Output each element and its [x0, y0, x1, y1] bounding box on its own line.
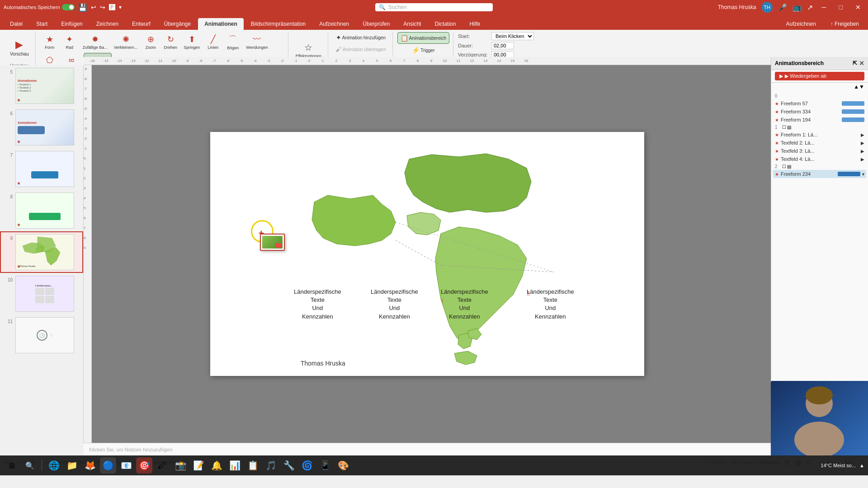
anim-hinzufuegen-btn[interactable]: ✦ Animation hinzufügen — [333, 32, 388, 43]
tab-entwurf[interactable]: Entwurf — [126, 18, 157, 30]
vorschau-btn[interactable]: ▶ Vorschau — [7, 37, 32, 58]
anim-form-btn[interactable]: ★ Form — [40, 33, 59, 52]
slide-thumb-8[interactable]: 8 ★ — [0, 190, 83, 231]
anim-zuf-btn[interactable]: ✸ Zufällige Ba... — [80, 33, 110, 52]
dauer-input[interactable] — [491, 42, 514, 49]
taskbar-teams[interactable]: 📝 — [190, 457, 207, 474]
autosave-switch[interactable] — [62, 4, 75, 10]
anim-panel-expand[interactable]: ⇱ — [853, 60, 857, 66]
user-name: Thomas Hruska — [718, 4, 756, 10]
taskbar-app1[interactable]: 🔔 — [208, 457, 225, 474]
textfeld4-expand[interactable]: ▶ — [861, 157, 864, 162]
taskbar-app5[interactable]: 🔧 — [281, 457, 297, 474]
anim-item-textfeld4[interactable]: ★ Textfeld 4: Lä... ▶ — [773, 155, 866, 163]
anim-item-freeform194[interactable]: ★ Freeform 194 — [773, 116, 866, 124]
tab-einfuegen[interactable]: Einfügen — [55, 18, 89, 30]
taskbar-chrome[interactable]: 🔵 — [100, 457, 116, 474]
freeform1-expand[interactable]: ▶ — [861, 132, 864, 137]
anim-item-freeform1[interactable]: ★ Freeform 1: Lä... ▶ — [773, 131, 866, 139]
textfeld3-expand[interactable]: ▶ — [861, 149, 864, 154]
search-taskbar-btn[interactable]: 🔍 — [22, 457, 38, 474]
anim-linien-btn[interactable]: ╱ Linien — [203, 33, 222, 52]
dictation-icon[interactable]: 🎤 — [778, 3, 787, 12]
taskbar-outlook[interactable]: 📧 — [118, 457, 134, 474]
anim-wend-btn[interactable]: 〰 Wendungen — [243, 33, 270, 52]
taskbar-camera[interactable]: 📸 — [172, 457, 189, 474]
present-icon[interactable]: 📺 — [793, 3, 802, 12]
anim-zoom-btn[interactable]: ⊕ Zoom — [141, 33, 160, 52]
anim-boegen-btn[interactable]: ⌒ Bögen — [223, 32, 242, 52]
textfeld2-expand[interactable]: ▶ — [861, 141, 864, 145]
tab-ueberpruefen[interactable]: Überprüfen — [356, 18, 396, 30]
anim-verk-btn[interactable]: ✺ Verkleinern... — [111, 33, 141, 52]
tab-animationen[interactable]: Animationen — [198, 18, 244, 30]
taskbar-onenote[interactable]: 🖊 — [154, 457, 170, 474]
taskbar-app7[interactable]: 📱 — [317, 457, 333, 474]
slide-thumb-7[interactable]: 7 ★ — [0, 148, 83, 190]
tab-praesentation[interactable]: Bildschirmpräsentation — [245, 18, 312, 30]
animbereich-btn[interactable]: 📋 Animationsbereich — [397, 32, 449, 44]
taskbar-app4[interactable]: 🎵 — [263, 457, 279, 474]
minimize-btn[interactable]: ─ — [818, 4, 830, 11]
slide-thumb-6[interactable]: 6 ★ Animationen — [0, 107, 83, 148]
svg-rect-5 — [771, 381, 868, 455]
slide-thumb-11[interactable]: 11 🕐 ♡ — [0, 314, 83, 356]
anim-item-textfeld2[interactable]: ★ Textfeld 2: Lä... ▶ — [773, 139, 866, 147]
search-box[interactable]: 🔍 Suchen — [375, 3, 493, 11]
freigeben-btn[interactable]: ↑ Freigeben — [825, 19, 864, 29]
tab-aufzeichnen[interactable]: Aufzeichnen — [313, 18, 355, 30]
aufzeichnen-btn[interactable]: Aufzeichnen — [781, 19, 821, 29]
anim-drehen-btn[interactable]: ↻ Drehen — [161, 33, 180, 52]
anim-springen-btn[interactable]: ⬆ Springen — [181, 33, 203, 52]
close-btn[interactable]: ✕ — [852, 4, 864, 11]
notes-bar[interactable]: Klicken Sie, um Notizen hinzuzufügen — [84, 443, 771, 455]
group1-checkbox[interactable]: ☐ — [782, 125, 786, 130]
taskbar-powerpoint[interactable]: 🎯 — [136, 457, 152, 474]
play-all-btn[interactable]: ▶ ▶ Wiedergeben ab — [775, 72, 864, 80]
tab-uebergaenge[interactable]: Übergänge — [158, 18, 197, 30]
save-icon[interactable]: 💾 — [78, 3, 87, 12]
start-select[interactable]: Beim Klicken — [491, 32, 534, 40]
taskbar-firefox[interactable]: 🦊 — [82, 457, 98, 474]
maximize-btn[interactable]: □ — [835, 4, 846, 11]
anim-uebertragen-btn[interactable]: 🖌 Animation übertragen — [333, 44, 389, 55]
taskbar-app3[interactable]: 📋 — [245, 457, 261, 474]
taskbar-explorer[interactable]: 📁 — [64, 457, 80, 474]
search-input[interactable]: Suchen — [388, 4, 407, 10]
redo-icon[interactable]: ↪ — [100, 4, 105, 11]
tab-start[interactable]: Start — [30, 18, 54, 30]
taskbar-weather[interactable]: 14°C Meist so... — [821, 463, 856, 468]
tab-dictation[interactable]: Dictation — [429, 18, 462, 30]
anim-item-freeform234[interactable]: ★ Freeform 234 ▾ — [773, 170, 866, 178]
anim-item-freeform57[interactable]: ★ Freeform 57 — [773, 99, 866, 108]
share-icon[interactable]: ↗ — [807, 3, 813, 12]
anim-rad-btn[interactable]: ✦ Rad — [60, 33, 79, 52]
taskbar-edge[interactable]: 🌐 — [46, 457, 62, 474]
tab-datei[interactable]: Datei — [4, 18, 29, 30]
group2-checkbox[interactable]: ☐ — [782, 164, 786, 169]
anim-panel-close-btn[interactable]: ✕ — [859, 60, 864, 67]
anim-scroll-down[interactable]: ▼ — [859, 84, 864, 90]
tab-hilfe[interactable]: Hilfe — [463, 18, 486, 30]
tab-ansicht[interactable]: Ansicht — [397, 18, 427, 30]
anim-scroll-up[interactable]: ▲ — [854, 84, 859, 90]
slide-thumb-5[interactable]: 5 ★ Animationen • Textfeld 1• Textfeld 2… — [0, 65, 83, 107]
anim-group-0: 0 — [773, 93, 866, 99]
taskbar-app2[interactable]: 📊 — [226, 457, 243, 474]
anim-item-textfeld3[interactable]: ★ Textfeld 3: Lä... ▶ — [773, 147, 866, 155]
trigger-btn[interactable]: ⚡ Trigger — [409, 45, 437, 56]
anim-item-freeform334[interactable]: ★ Freeform 334 — [773, 108, 866, 116]
undo-icon[interactable]: ↩ — [91, 4, 96, 11]
main-area[interactable]: ↙ ↑ ‼ + LänderspezifischeTexteUndKennzah… — [84, 65, 771, 443]
slide-thumb-9[interactable]: 9 ★ Thomas Hruska — [0, 231, 83, 273]
tab-zeichnen[interactable]: Zeichnen — [90, 18, 125, 30]
anim-group-2: 2 ☐ ▤ — [773, 163, 866, 170]
autosave-toggle[interactable]: Automatisches Speichern — [4, 4, 75, 10]
more-icon[interactable]: ▾ — [119, 4, 122, 10]
start-btn[interactable]: ⊞ — [4, 457, 20, 474]
freeform234-dropdown[interactable]: ▾ — [862, 172, 864, 177]
dauer-label: Dauer: — [458, 43, 490, 48]
taskbar-app6[interactable]: 🌀 — [299, 457, 315, 474]
taskbar-app8[interactable]: 🎨 — [335, 457, 351, 474]
slide-thumb-10[interactable]: 10 Länderspez... — [0, 273, 83, 314]
